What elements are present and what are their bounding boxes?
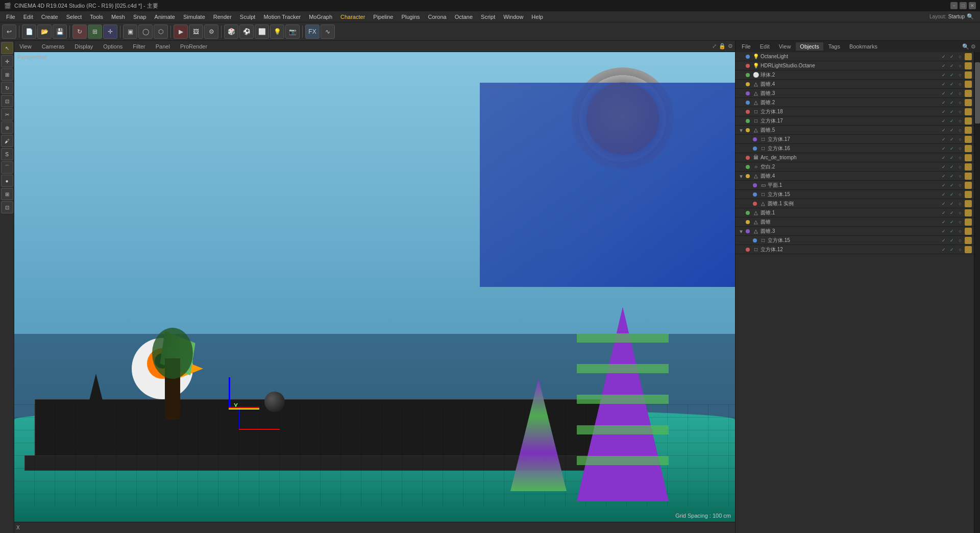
camera-btn[interactable]: 📷: [285, 25, 300, 39]
obj-ctrl-2[interactable]: ○: [957, 117, 964, 125]
rp-tab-objects[interactable]: Objects: [796, 42, 823, 51]
magnet-tool[interactable]: S: [1, 148, 13, 160]
vp-tab-options[interactable]: Options: [100, 42, 126, 51]
obj-ctrl-0[interactable]: ✓: [940, 108, 947, 115]
render-btn[interactable]: ▶: [174, 25, 188, 39]
object-list-row[interactable]: △圆锥.2✓✓○: [736, 98, 974, 107]
obj-ctrl-0[interactable]: ✓: [940, 228, 947, 235]
scale-tool-left[interactable]: ⊞: [1, 68, 13, 81]
obj-ctrl-0[interactable]: ✓: [940, 173, 947, 180]
obj-ctrl-1[interactable]: ✓: [948, 117, 955, 125]
vp-tab-prorender[interactable]: ProRender: [177, 42, 210, 51]
obj-ctrl-1[interactable]: ✓: [948, 173, 955, 180]
obj-ctrl-1[interactable]: ✓: [948, 127, 955, 134]
extrude-tool[interactable]: ⊕: [1, 122, 13, 134]
object-list-row[interactable]: ⚪球体.2✓✓○: [736, 70, 974, 80]
grid-tool[interactable]: ⊞: [1, 188, 13, 200]
obj-ctrl-2[interactable]: ○: [957, 246, 964, 253]
obj-ctrl-2[interactable]: ○: [957, 99, 964, 106]
menu-simulate[interactable]: Simulate: [179, 13, 209, 21]
menu-mesh[interactable]: Mesh: [107, 13, 129, 21]
light-btn[interactable]: 💡: [270, 25, 284, 39]
obj-ctrl-1[interactable]: ✓: [948, 182, 955, 189]
vp-tab-view[interactable]: View: [16, 42, 35, 51]
menu-motion-tracker[interactable]: Motion Tracker: [259, 13, 305, 21]
new-scene-button[interactable]: 📄: [22, 25, 36, 39]
object-list-row[interactable]: 💡OctaneLight✓✓○: [736, 52, 974, 61]
vp-tab-panel[interactable]: Panel: [153, 42, 173, 51]
object-list-row[interactable]: ▼△圆锥.5✓✓○: [736, 126, 974, 135]
obj-ctrl-2[interactable]: ○: [957, 90, 964, 97]
object-list-row[interactable]: △圆锥✓✓○: [736, 217, 974, 227]
menu-edit[interactable]: Edit: [19, 13, 37, 21]
obj-ctrl-0[interactable]: ✓: [940, 71, 947, 79]
object-list-row[interactable]: ○空白.2✓✓○: [736, 162, 974, 172]
rp-settings-icon[interactable]: ⚙: [971, 43, 976, 50]
object-list-row[interactable]: □立方体.15✓✓○: [736, 190, 974, 199]
bend-tool[interactable]: ⌒: [1, 161, 13, 174]
menu-script[interactable]: Script: [477, 13, 499, 21]
menu-octane[interactable]: Octane: [451, 13, 477, 21]
object-list-row[interactable]: △圆锥.1 实例✓✓○: [736, 199, 974, 208]
object-list-row[interactable]: □立方体.17✓✓○: [736, 135, 974, 144]
move-tool[interactable]: ✛: [103, 25, 117, 39]
object-list-row[interactable]: □立方体.18✓✓○: [736, 107, 974, 116]
obj-ctrl-2[interactable]: ○: [957, 108, 964, 115]
render-view[interactable]: 🖼: [189, 25, 203, 39]
rp-search-icon[interactable]: 🔍: [962, 43, 969, 50]
close-button[interactable]: ✕: [969, 2, 976, 9]
obj-ctrl-2[interactable]: ○: [957, 71, 964, 79]
obj-ctrl-1[interactable]: ✓: [948, 62, 955, 69]
obj-ctrl-2[interactable]: ○: [957, 200, 964, 207]
obj-ctrl-1[interactable]: ✓: [948, 219, 955, 226]
menu-tools[interactable]: Tools: [86, 13, 107, 21]
obj-ctrl-1[interactable]: ✓: [948, 154, 955, 161]
rp-tab-edit[interactable]: Edit: [756, 42, 774, 51]
rotate-tool[interactable]: ↻: [72, 25, 87, 39]
obj-ctrl-1[interactable]: ✓: [948, 246, 955, 253]
obj-ctrl-0[interactable]: ✓: [940, 154, 947, 161]
cube-btn[interactable]: 🎲: [224, 25, 238, 39]
move-tool-left[interactable]: ✛: [1, 55, 13, 67]
obj-ctrl-2[interactable]: ○: [957, 145, 964, 152]
rp-tab-file[interactable]: File: [738, 42, 755, 51]
obj-ctrl-0[interactable]: ✓: [940, 117, 947, 125]
obj-ctrl-0[interactable]: ✓: [940, 182, 947, 189]
obj-ctrl-0[interactable]: ✓: [940, 246, 947, 253]
obj-ctrl-1[interactable]: ✓: [948, 145, 955, 152]
obj-ctrl-2[interactable]: ○: [957, 219, 964, 226]
obj-ctrl-0[interactable]: ✓: [940, 237, 947, 244]
vp-maximize-icon[interactable]: ⤢: [712, 43, 717, 50]
obj-ctrl-2[interactable]: ○: [957, 182, 964, 189]
edge-mode[interactable]: ⬡: [154, 25, 168, 39]
menu-mograph[interactable]: MoGraph: [305, 13, 336, 21]
obj-ctrl-1[interactable]: ✓: [948, 53, 955, 60]
menu-select[interactable]: Select: [62, 13, 86, 21]
transform-tool[interactable]: ⊡: [1, 95, 13, 107]
obj-ctrl-2[interactable]: ○: [957, 237, 964, 244]
vp-tab-display[interactable]: Display: [71, 42, 96, 51]
obj-ctrl-2[interactable]: ○: [957, 209, 964, 216]
fx-btn[interactable]: FX: [305, 25, 320, 39]
search-icon[interactable]: 🔍: [967, 13, 974, 20]
menu-window[interactable]: Window: [499, 13, 527, 21]
obj-ctrl-0[interactable]: ✓: [940, 127, 947, 134]
menu-pipeline[interactable]: Pipeline: [369, 13, 397, 21]
obj-ctrl-0[interactable]: ✓: [940, 219, 947, 226]
obj-ctrl-1[interactable]: ✓: [948, 200, 955, 207]
object-list-row[interactable]: △圆锥.4✓✓○: [736, 80, 974, 89]
sphere-btn[interactable]: ⚽: [239, 25, 254, 39]
obj-ctrl-0[interactable]: ✓: [940, 145, 947, 152]
obj-ctrl-1[interactable]: ✓: [948, 99, 955, 106]
obj-ctrl-1[interactable]: ✓: [948, 163, 955, 171]
obj-ctrl-0[interactable]: ✓: [940, 81, 947, 88]
rotate-tool-left[interactable]: ↻: [1, 82, 13, 94]
minimize-button[interactable]: −: [950, 2, 958, 9]
snap-tool[interactable]: ⊡: [1, 201, 13, 213]
obj-ctrl-2[interactable]: ○: [957, 173, 964, 180]
maximize-button[interactable]: □: [960, 2, 967, 9]
object-list-row[interactable]: △圆锥.3✓✓○: [736, 89, 974, 98]
right-scrollbar[interactable]: [974, 52, 980, 533]
object-list-row[interactable]: □立方体.12✓✓○: [736, 245, 974, 254]
obj-ctrl-1[interactable]: ✓: [948, 108, 955, 115]
